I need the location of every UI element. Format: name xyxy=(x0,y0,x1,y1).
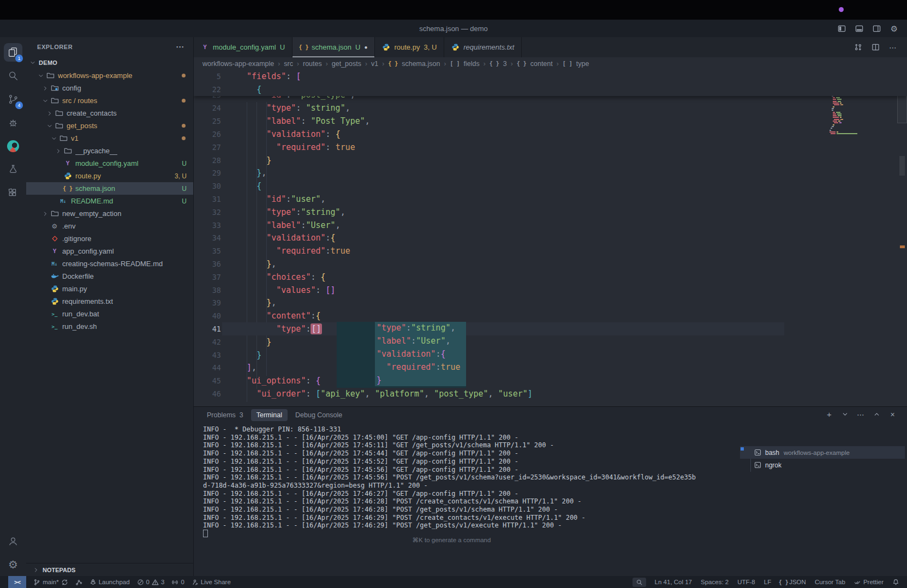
status-label: Launchpad xyxy=(99,579,130,585)
tab-requirements-txt[interactable]: requirements.txt xyxy=(444,37,522,57)
panel-tab-debug-console[interactable]: Debug Console xyxy=(290,409,348,421)
breadcrumb-item[interactable]: fields xyxy=(463,60,479,68)
git-graph[interactable] xyxy=(75,579,82,586)
activity-item-files[interactable]: 1 xyxy=(2,40,25,64)
tree-item-module-config-yaml[interactable]: Ymodule_config.yamlU xyxy=(26,157,193,170)
search-toggle[interactable] xyxy=(632,578,646,587)
tree-item-label: run_dev.bat xyxy=(62,310,99,318)
line-number: 40 xyxy=(194,311,221,320)
tab-route-py[interactable]: route.py3, U xyxy=(375,37,444,57)
code-token: : xyxy=(286,71,296,81)
breadcrumb-item[interactable]: content xyxy=(530,60,553,68)
breadcrumb-item[interactable]: get_posts xyxy=(332,60,361,68)
section-header-demo[interactable]: DEMO xyxy=(26,56,193,69)
problems[interactable]: 03 xyxy=(137,579,165,586)
status-label: Live Share xyxy=(201,579,231,585)
tree-item-app-config-yaml[interactable]: Yapp_config.yaml xyxy=(26,245,193,257)
tree-item--pycache-[interactable]: __pycache__ xyxy=(26,145,193,157)
tree-item-run-dev-bat[interactable]: >_run_dev.bat xyxy=(26,308,193,320)
double-check-icon xyxy=(854,579,861,586)
tree-item-dockerfile[interactable]: Dockerfile xyxy=(26,270,193,283)
eol[interactable]: LF xyxy=(764,579,771,585)
tab-module-config-yaml[interactable]: Ymodule_config.yamlU xyxy=(194,37,293,57)
tree-item--env[interactable]: ⚙.env xyxy=(26,220,193,232)
tree-item-v1[interactable]: v1 xyxy=(26,132,193,145)
activity-item-logo[interactable] xyxy=(2,134,25,158)
live-share[interactable]: Live Share xyxy=(192,579,231,586)
terminal-list-item-ngrok[interactable]: ngrok xyxy=(740,459,905,471)
tree-item-get-posts[interactable]: get_posts xyxy=(26,119,193,132)
tree-item-run-dev-sh[interactable]: >_run_dev.sh xyxy=(26,320,193,333)
compare-changes-icon[interactable] xyxy=(854,43,862,51)
tab-schema-json[interactable]: { }schema.jsonU● xyxy=(293,37,375,57)
ports[interactable]: 0 xyxy=(171,579,184,586)
tree-item-readme-md[interactable]: M↓README.mdU xyxy=(26,195,193,207)
breadcrumb-item[interactable]: type xyxy=(576,60,589,68)
activity-item-search[interactable] xyxy=(2,64,25,87)
layout-panel-icon[interactable] xyxy=(855,25,863,33)
panel-tab-problems[interactable]: Problems3 xyxy=(201,409,249,421)
tree-item-src-routes[interactable]: src / routes xyxy=(26,94,193,107)
plus-icon[interactable]: + xyxy=(826,411,833,418)
notifications[interactable] xyxy=(892,579,899,586)
breadcrumb-item[interactable]: src xyxy=(284,60,293,68)
tree-item-new-empty-action[interactable]: new_empty_action xyxy=(26,207,193,220)
code-editor[interactable]: 23 "id": "post_type",24 "type": "string"… xyxy=(194,70,907,406)
tree-item-requirements-txt[interactable]: requirements.txt xyxy=(26,295,193,308)
tree-item-config[interactable]: config xyxy=(26,82,193,94)
launchpad[interactable]: Launchpad xyxy=(89,579,130,586)
tree-item-schema-json[interactable]: { }schema.jsonU xyxy=(26,182,193,195)
cursor-tab[interactable]: Cursor Tab xyxy=(815,579,845,585)
tree-item-create-contacts[interactable]: create_contacts xyxy=(26,107,193,119)
tree-item-main-py[interactable]: main.py xyxy=(26,283,193,295)
activity-item-beaker-run[interactable] xyxy=(2,158,25,181)
breadcrumb-item[interactable]: v1 xyxy=(371,60,378,68)
formatter[interactable]: Prettier xyxy=(854,579,884,586)
code-token: { xyxy=(331,233,336,243)
chevron-down-icon[interactable] xyxy=(842,411,849,418)
line-number: 33 xyxy=(194,221,221,230)
tree-item-creating-schemas-readme-md[interactable]: M↓creating-schemas-README.md xyxy=(26,257,193,270)
activity-item-settings-gear[interactable]: ⚙ xyxy=(2,553,25,576)
breadcrumb-item[interactable]: routes xyxy=(303,60,322,68)
activity-item-source-control[interactable]: 4 xyxy=(2,87,25,111)
inline-suggestion-widget[interactable]: "type":"string","label":"User","validati… xyxy=(337,322,466,388)
tree-item-workflows-app-example[interactable]: workflows-app-example xyxy=(26,69,193,82)
line-number: 23 xyxy=(194,96,221,100)
section-header-notepads[interactable]: NOTEPADS xyxy=(26,563,193,576)
encoding[interactable]: UTF-8 xyxy=(737,579,755,585)
remote-indicator[interactable]: >< xyxy=(8,576,26,588)
activity-item-extensions[interactable] xyxy=(2,181,25,205)
terminal-list-item-bash[interactable]: bashworkflows-app-example xyxy=(740,446,905,459)
activity-item-account[interactable] xyxy=(2,529,25,553)
panel-tab-terminal[interactable]: Terminal xyxy=(251,409,288,421)
customize-layout-icon[interactable]: ⚙ xyxy=(890,25,898,33)
indentation[interactable]: Spaces: 2 xyxy=(701,579,729,585)
layout-sidebar-left-icon[interactable] xyxy=(838,25,846,33)
terminal-output[interactable]: INFO - * Debugger PIN: 856-118-331INFO -… xyxy=(203,425,696,538)
cursor-position[interactable]: Ln 41, Col 17 xyxy=(655,579,692,585)
code-token: : xyxy=(435,362,440,372)
breadcrumb[interactable]: workflows-app-example›src›routes›get_pos… xyxy=(194,57,907,70)
more-icon[interactable]: ⋯ xyxy=(889,43,897,51)
activity-item-bug[interactable] xyxy=(2,111,25,134)
breadcrumb-item[interactable]: workflows-app-example xyxy=(202,60,274,68)
language-mode[interactable]: { }JSON xyxy=(780,579,806,586)
breadcrumb-separator: › xyxy=(278,60,280,68)
code-token: ] xyxy=(528,389,533,399)
code-token: : xyxy=(286,194,291,204)
scrollbar-thumb[interactable] xyxy=(899,156,905,176)
tree-item-route-py[interactable]: route.py3, U xyxy=(26,170,193,182)
git-branch[interactable]: main* xyxy=(33,579,68,586)
close-icon[interactable]: × xyxy=(889,411,896,418)
code-token: , xyxy=(345,103,350,113)
more-icon[interactable]: ⋯ xyxy=(857,411,864,418)
tree-item--gitignore[interactable]: .gitignore xyxy=(26,232,193,245)
explorer-more-actions[interactable]: ⋯ xyxy=(176,42,184,52)
chevron-up-icon[interactable] xyxy=(873,411,880,418)
breadcrumb-item[interactable]: schema.json xyxy=(402,60,440,68)
breadcrumb-item[interactable]: 3 xyxy=(503,60,507,68)
layout-sidebar-right-icon[interactable] xyxy=(873,25,881,33)
terminal-line: INFO - 192.168.215.1 - - [16/Apr/2025 17… xyxy=(203,434,696,442)
split-editor-icon[interactable] xyxy=(872,43,880,51)
